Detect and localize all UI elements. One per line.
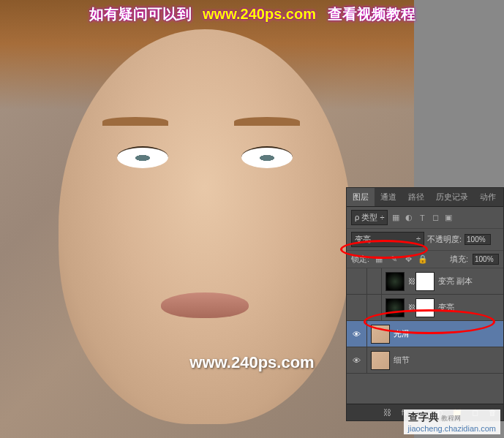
layer-thumbnail[interactable] bbox=[371, 325, 390, 344]
tab-actions[interactable]: 动作 bbox=[474, 188, 502, 206]
lock-transparent-icon[interactable]: ▦ bbox=[374, 254, 384, 265]
tab-layers[interactable]: 图层 bbox=[347, 188, 375, 206]
layer-row[interactable]: 👁 光滑 bbox=[347, 321, 503, 347]
visibility-toggle[interactable] bbox=[347, 295, 367, 320]
layer-name[interactable]: 变亮 bbox=[438, 302, 503, 313]
lock-row: 锁定: ▦ ✎ ✥ 🔒 填充: 100% bbox=[347, 251, 503, 268]
banner-text: 如有疑问可以到 www.240ps.com 查看视频教程 bbox=[0, 4, 504, 24]
filter-type-icon[interactable]: T bbox=[417, 213, 427, 223]
layers-list: ⛓ 变亮 副本 ⛓ 变亮 👁 光滑 👁 细节 bbox=[347, 268, 503, 374]
mask-thumbnail[interactable] bbox=[415, 298, 435, 317]
image-content bbox=[102, 117, 168, 126]
banner-prefix: 如有疑问可以到 bbox=[89, 6, 192, 22]
layers-panel: 图层 通道 路径 历史记录 动作 ρ 类型 ÷ ▦ ◐ T ◻ ▣ 变亮 ÷ 不… bbox=[346, 187, 504, 421]
image-content bbox=[234, 117, 300, 126]
opacity-label: 不透明度: bbox=[427, 234, 462, 245]
eye-icon: 👁 bbox=[353, 356, 361, 365]
bottom-watermark: 查字典 教程网 jiaocheng.chazidian.com bbox=[404, 409, 500, 434]
filter-row: ρ 类型 ÷ ▦ ◐ T ◻ ▣ bbox=[347, 207, 503, 229]
blend-row: 变亮 ÷ 不透明度: 100% bbox=[347, 229, 503, 251]
panel-tabs: 图层 通道 路径 历史记录 动作 bbox=[347, 188, 503, 207]
kind-filter[interactable]: ρ 类型 ÷ bbox=[351, 210, 388, 225]
layer-row[interactable]: ⛓ 变亮 副本 bbox=[347, 268, 503, 295]
tab-paths[interactable]: 路径 bbox=[402, 188, 430, 206]
layer-thumbnail[interactable] bbox=[371, 351, 390, 370]
center-watermark: www.240ps.com bbox=[189, 353, 314, 372]
watermark-url: jiaocheng.chazidian.com bbox=[408, 424, 496, 433]
layer-thumbnail[interactable] bbox=[385, 298, 405, 317]
watermark-brand: 查字典 bbox=[408, 411, 439, 423]
link-layers-icon[interactable]: ⛓ bbox=[382, 407, 392, 418]
nest-indicator bbox=[367, 268, 382, 294]
eye-icon: 👁 bbox=[353, 330, 361, 339]
lock-all-icon[interactable]: 🔒 bbox=[418, 254, 428, 265]
layer-row[interactable]: 👁 细节 bbox=[347, 347, 503, 374]
fill-label: 填充: bbox=[450, 254, 468, 265]
layer-name[interactable]: 光滑 bbox=[394, 328, 503, 339]
layer-name[interactable]: 细节 bbox=[394, 355, 503, 366]
mask-link-icon[interactable]: ⛓ bbox=[408, 303, 415, 311]
image-content bbox=[117, 146, 168, 168]
filter-shape-icon[interactable]: ◻ bbox=[430, 213, 440, 223]
mask-thumbnail[interactable] bbox=[415, 272, 435, 291]
layer-row[interactable]: ⛓ 变亮 bbox=[347, 295, 503, 321]
filter-pixel-icon[interactable]: ▦ bbox=[391, 213, 401, 223]
layer-thumbnail[interactable] bbox=[385, 272, 405, 291]
nest-indicator bbox=[367, 295, 382, 320]
visibility-toggle[interactable]: 👁 bbox=[347, 321, 367, 347]
banner-url: www.240ps.com bbox=[203, 6, 316, 22]
opacity-input[interactable]: 100% bbox=[464, 234, 491, 245]
filter-smart-icon[interactable]: ▣ bbox=[443, 213, 454, 223]
watermark-brand-sub: 教程网 bbox=[441, 415, 461, 422]
blend-mode-select[interactable]: 变亮 ÷ bbox=[351, 232, 424, 247]
lock-position-icon[interactable]: ✥ bbox=[403, 254, 413, 265]
lock-pixels-icon[interactable]: ✎ bbox=[388, 254, 399, 265]
tab-channels[interactable]: 通道 bbox=[375, 188, 402, 206]
lock-label: 锁定: bbox=[351, 254, 369, 265]
mask-link-icon[interactable]: ⛓ bbox=[408, 277, 415, 285]
filter-adjust-icon[interactable]: ◐ bbox=[404, 213, 414, 223]
tab-history[interactable]: 历史记录 bbox=[430, 188, 474, 206]
image-content bbox=[241, 146, 293, 168]
banner-suffix: 查看视频教程 bbox=[328, 6, 415, 22]
visibility-toggle[interactable]: 👁 bbox=[347, 347, 367, 373]
layer-name[interactable]: 变亮 副本 bbox=[438, 276, 503, 287]
image-content bbox=[161, 292, 249, 318]
visibility-toggle[interactable] bbox=[347, 268, 367, 294]
fill-input[interactable]: 100% bbox=[473, 254, 499, 265]
